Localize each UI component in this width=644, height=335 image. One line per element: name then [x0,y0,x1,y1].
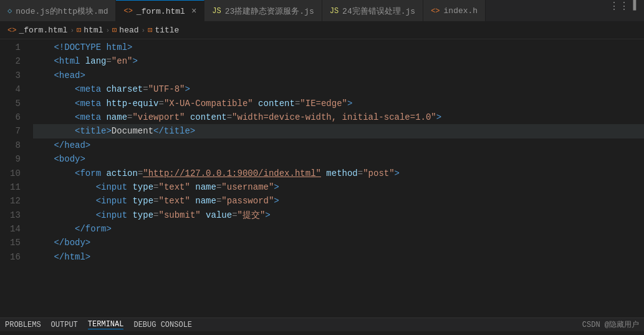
line-num-15: 15 [10,236,21,250]
code-line-16: </html> [33,250,644,264]
code-line-2: <html lang="en"> [33,54,644,68]
html2-icon: <> [431,7,440,16]
editor-actions: ⋮⋮ ▌ [609,0,644,21]
line-num-8: 8 [10,138,21,152]
js2-icon: JS [330,7,339,16]
more-icon[interactable]: ▌ [633,0,639,21]
breadcrumb-file[interactable]: <> _form.html [7,26,67,35]
code-line-5: <meta http-equiv="X-UA-Compatible" conte… [33,97,644,110]
line-num-2: 2 [10,54,21,68]
line-num-1: 1 [10,41,21,54]
file-icon: <> [7,26,16,35]
title-crumb-icon: ⊡ [148,26,152,35]
tab-js24[interactable]: JS 24完善错误处理.js [322,0,423,22]
code-line-8: </head> [33,138,644,152]
line-num-11: 11 [10,180,21,194]
js-icon: JS [212,7,221,16]
terminal-tab[interactable]: TERMINAL [88,320,124,329]
code-line-1: <!DOCTYPE html> [33,41,644,54]
breadcrumb-title-label: title [155,26,179,35]
line-num-12: 12 [10,194,21,208]
code-line-11: <input type="text" name="username"> [33,180,644,194]
status-bar: PROBLEMS OUTPUT TERMINAL DEBUG CONSOLE C… [0,318,644,331]
code-line-10: <form action="http://127.0.0.1:9000/inde… [33,167,644,180]
html-icon: <> [123,7,132,16]
html-crumb-icon: ⊡ [77,26,81,35]
tab-js24-label: 24完善错误处理.js [342,6,415,17]
head-crumb-icon: ⊡ [112,26,117,35]
tab-html-label: _form.html [137,7,185,16]
tab-md-label: node.js的http模块.md [16,6,108,17]
split-editor-icon[interactable]: ⋮⋮ [609,0,629,21]
tab-index[interactable]: <> index.h [423,0,486,22]
line-num-5: 5 [10,97,21,110]
breadcrumb-sep2: › [105,27,110,34]
breadcrumb-head[interactable]: ⊡ head [112,26,138,35]
output-tab[interactable]: OUTPUT [51,321,78,329]
breadcrumb-html-label: html [84,26,103,35]
breadcrumb-file-label: _form.html [19,26,67,35]
tab-html[interactable]: <> _form.html × [116,0,204,22]
tab-bar: ◇ node.js的http模块.md <> _form.html × JS 2… [0,0,644,22]
line-numbers: 1 2 3 4 5 6 7 8 9 10 11 12 13 14 15 16 [0,39,28,318]
line-num-3: 3 [10,69,21,82]
line-num-10: 10 [10,167,21,180]
tab-md[interactable]: ◇ node.js的http模块.md [0,0,116,22]
line-num-9: 9 [10,152,21,166]
code-line-14: </form> [33,222,644,236]
line-num-7: 7 [10,124,21,138]
tab-index-label: index.h [444,6,478,16]
breadcrumb-title[interactable]: ⊡ title [148,26,179,35]
editor: 1 2 3 4 5 6 7 8 9 10 11 12 13 14 15 16 <… [0,39,644,318]
line-num-16: 16 [10,250,21,264]
line-num-14: 14 [10,222,21,236]
code-line-6: <meta name="viewport" content="width=dev… [33,110,644,124]
debug-console-tab[interactable]: DEBUG CONSOLE [133,321,192,329]
breadcrumb-head-label: head [119,26,138,35]
tab-js23[interactable]: JS 23搭建静态资源服务.js [204,0,322,22]
watermark: CSDN @隐藏用户 [582,319,639,330]
breadcrumb-sep1: › [70,27,74,34]
breadcrumb-html[interactable]: ⊡ html [77,26,103,35]
close-icon[interactable]: × [191,7,196,16]
code-line-3: <head> [33,69,644,82]
code-line-9: <body> [33,152,644,166]
line-num-13: 13 [10,208,21,222]
md-icon: ◇ [7,6,12,16]
code-line-15: </body> [33,236,644,250]
code-line-13: <input type="submit" value="提交"> [33,208,644,222]
breadcrumb-sep3: › [142,27,146,34]
problems-tab[interactable]: PROBLEMS [5,321,41,329]
code-line-4: <meta charset="UTF-8"> [33,82,644,96]
line-num-4: 4 [10,82,21,96]
breadcrumb: <> _form.html › ⊡ html › ⊡ head › ⊡ titl… [0,22,644,39]
line-num-6: 6 [10,110,21,124]
code-line-12: <input type="text" name="password"> [33,194,644,208]
code-line-7: <title>Document</title> [33,124,644,138]
tab-js23-label: 23搭建静态资源服务.js [225,6,314,17]
code-area[interactable]: <!DOCTYPE html> <html lang="en"> <head> … [28,39,644,318]
